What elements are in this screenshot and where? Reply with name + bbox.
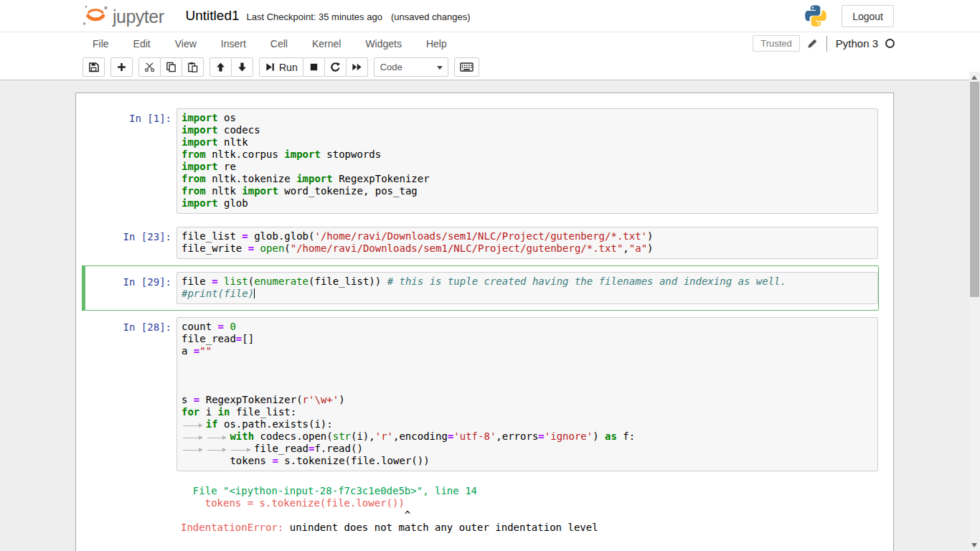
code-token: ""	[199, 345, 212, 357]
code-token	[254, 242, 260, 254]
code-token: f:	[617, 430, 635, 442]
jupyter-logo-icon	[81, 3, 110, 29]
move-cell-down-button[interactable]	[231, 57, 253, 77]
code-token: as	[605, 430, 617, 442]
add-cell-button[interactable]	[110, 57, 133, 77]
code-editor[interactable]: count = 0file_read=[]a ="" s = RegexpTok…	[176, 317, 878, 471]
code-line: IndentationError: unindent does not matc…	[181, 522, 879, 534]
header-top: jupyter Untitled1 Last Checkpoint: 35 mi…	[0, 0, 980, 32]
code-token: # this is tuple created having the filen…	[387, 276, 786, 287]
restart-icon	[330, 62, 341, 72]
input-prompt: In [29]:	[83, 272, 176, 304]
notebook-cells: In [1]:import osimport codecsimport nltk…	[82, 102, 879, 534]
code-line: with codecs.open(str(i),'r',encoding='ut…	[182, 430, 875, 443]
trusted-badge[interactable]: Trusted	[753, 35, 800, 52]
command-palette-button[interactable]	[454, 57, 479, 77]
restart-kernel-button[interactable]	[324, 57, 347, 77]
checkpoint-status: Last Checkpoint: 35 minutes ago	[247, 11, 382, 22]
input-prompt: In [28]:	[83, 317, 176, 471]
code-line	[182, 357, 875, 369]
restart-run-all-button[interactable]	[346, 57, 368, 77]
code-token: from	[182, 185, 206, 197]
code-token: s.tokenize(file.lower())	[278, 455, 430, 466]
code-token: RegexpTokenizer	[333, 173, 430, 184]
move-cell-up-button[interactable]	[209, 57, 232, 77]
fast-forward-icon	[352, 62, 362, 72]
code-token: for	[182, 406, 199, 418]
code-cell-2[interactable]: In [23]:file_list = glob.glob('/home/rav…	[82, 220, 879, 265]
code-line: tokens = s.tokenize(file.lower())	[181, 497, 879, 509]
code-token: file	[182, 276, 212, 287]
code-editor[interactable]: file_list = glob.glob('/home/ravi/Downlo…	[176, 227, 878, 259]
code-token: nltk.tokenize	[206, 173, 296, 184]
code-token: file_list	[182, 230, 242, 242]
menu-kernel[interactable]: Kernel	[300, 34, 353, 54]
code-token: file_read	[182, 333, 236, 344]
vertical-scrollbar[interactable]	[969, 72, 980, 551]
interrupt-kernel-button[interactable]	[303, 57, 325, 77]
code-line	[182, 369, 875, 382]
code-line: file_write = open("/home/ravi/Downloads/…	[182, 242, 875, 255]
code-token: (file_list))	[308, 276, 387, 287]
code-editor[interactable]: file = list(enumerate(file_list)) # this…	[176, 272, 878, 304]
keyboard-icon	[460, 62, 473, 72]
scrollbar-thumb[interactable]	[970, 82, 979, 297]
code-token: file_list:	[230, 406, 296, 418]
code-token: file_read	[254, 443, 308, 454]
cell-type-dropdown[interactable]: Code	[374, 57, 448, 77]
code-token: )	[339, 394, 344, 405]
menu-edit[interactable]: Edit	[121, 34, 163, 54]
paste-button[interactable]	[182, 57, 204, 77]
menu-widgets[interactable]: Widgets	[353, 34, 414, 54]
notebook-scroll-area[interactable]: In [1]:import osimport codecsimport nltk…	[0, 81, 969, 551]
notebook-title[interactable]: Untitled1	[186, 8, 240, 24]
code-token: codecs.open(	[254, 430, 333, 442]
save-icon	[88, 62, 99, 72]
menu-bar: FileEditViewInsertCellKernelWidgetsHelp …	[0, 32, 980, 55]
menu-cell[interactable]: Cell	[258, 34, 300, 54]
code-token: s	[182, 394, 194, 405]
code-token: RegexpTokenizer(	[199, 394, 302, 405]
menu-view[interactable]: View	[163, 34, 209, 54]
menu-insert[interactable]: Insert	[209, 34, 258, 54]
code-token: codecs	[218, 124, 260, 136]
code-token: import	[182, 197, 218, 209]
code-token: 'r'	[375, 430, 393, 442]
scrollbar-up-arrow-icon[interactable]	[971, 75, 977, 80]
code-token: =	[248, 242, 254, 254]
jupyter-logo[interactable]: jupyter	[81, 3, 164, 29]
code-token: str	[333, 430, 351, 442]
code-cell-4[interactable]: In [28]:count = 0file_read=[]a ="" s = R…	[82, 311, 879, 478]
code-token: os.path.exists(i):	[218, 418, 333, 430]
tab-indent-icon	[230, 444, 254, 454]
menu-help[interactable]: Help	[414, 34, 459, 54]
code-cell-1[interactable]: In [1]:import osimport codecsimport nltk…	[82, 102, 879, 220]
code-token: word_tokenize, pos_tag	[278, 185, 418, 197]
error-output: File "<ipython-input-28-f7c3c1e0de5b>", …	[176, 478, 879, 534]
copy-button[interactable]	[160, 57, 182, 77]
code-token: '/home/ravi/Downloads/sem1/NLC/Project/g…	[314, 230, 647, 242]
code-token: r'\w+'	[303, 394, 339, 405]
code-line	[182, 382, 875, 394]
logout-button[interactable]: Logout	[842, 5, 894, 27]
code-token: import	[182, 124, 218, 136]
code-line: from nltk.tokenize import RegexpTokenize…	[182, 173, 875, 185]
code-token: =	[218, 321, 224, 332]
code-editor[interactable]: import osimport codecsimport nltkfrom nl…	[176, 108, 878, 214]
code-line: file = list(enumerate(file_list)) # this…	[182, 276, 875, 288]
code-line: file_list = glob.glob('/home/ravi/Downlo…	[182, 230, 875, 242]
run-button[interactable]: Run	[259, 57, 303, 77]
menu-right: Trusted Python 3	[753, 32, 895, 55]
scrollbar-down-arrow-icon[interactable]	[971, 543, 977, 547]
code-token	[218, 276, 224, 287]
code-token: (	[248, 276, 254, 287]
save-button[interactable]	[83, 57, 105, 77]
code-cell-3[interactable]: In [29]:file = list(enumerate(file_list)…	[82, 265, 879, 311]
code-token: import	[242, 185, 278, 197]
code-token: open	[260, 242, 285, 254]
run-icon	[265, 62, 275, 72]
code-line: for i in file_list:	[182, 406, 875, 418]
code-token: stopwords	[321, 149, 381, 160]
cut-button[interactable]	[138, 57, 161, 77]
menu-file[interactable]: File	[80, 34, 121, 54]
